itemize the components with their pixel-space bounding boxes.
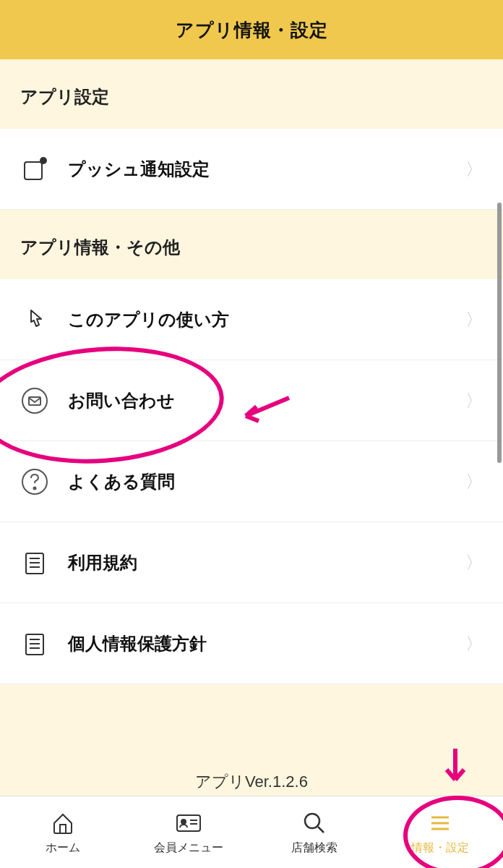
spacer — [0, 684, 503, 742]
list-item-label: お問い合わせ — [68, 389, 465, 412]
card-icon — [174, 809, 203, 838]
chevron-right-icon: 〉 — [465, 470, 483, 493]
chevron-right-icon: 〉 — [465, 551, 483, 574]
menu-icon — [426, 809, 455, 838]
notification-icon — [20, 155, 49, 184]
list-item-label: このアプリの使い方 — [68, 308, 465, 331]
chevron-right-icon: 〉 — [465, 308, 483, 331]
list-item-push-notifications[interactable]: プッシュ通知設定 〉 — [0, 129, 503, 210]
list-item-usage[interactable]: このアプリの使い方 〉 — [0, 279, 503, 360]
version-label: アプリVer.1.2.6 — [0, 742, 503, 803]
page-title: アプリ情報・設定 — [176, 18, 328, 42]
nav-label: 店舗検索 — [291, 841, 338, 856]
chevron-right-icon: 〉 — [465, 389, 483, 412]
section-header-info: アプリ情報・その他 — [0, 210, 503, 279]
section-header-settings: アプリ設定 — [0, 59, 503, 129]
mail-icon — [20, 386, 49, 415]
list-item-label: プッシュ通知設定 — [68, 158, 465, 181]
nav-home[interactable]: ホーム — [0, 796, 126, 868]
svg-point-2 — [22, 388, 47, 413]
document-icon — [20, 629, 49, 658]
bottom-nav: ホーム 会員メニュー 店舗検索 — [0, 796, 503, 868]
document-icon — [20, 548, 49, 577]
header: アプリ情報・設定 — [0, 0, 503, 59]
svg-point-1 — [40, 158, 46, 163]
search-icon — [300, 809, 329, 838]
chevron-right-icon: 〉 — [465, 632, 483, 655]
list-item-terms[interactable]: 利用規約 〉 — [0, 522, 503, 603]
nav-search[interactable]: 店舗検索 — [252, 796, 377, 868]
list-item-privacy[interactable]: 個人情報保護方針 〉 — [0, 603, 503, 684]
chevron-right-icon: 〉 — [465, 158, 483, 181]
pointer-icon — [20, 305, 49, 334]
svg-point-18 — [305, 814, 319, 828]
nav-label: ホーム — [46, 841, 80, 856]
question-icon — [20, 467, 49, 496]
list-item-label: 利用規約 — [68, 551, 465, 574]
nav-label: 会員メニュー — [154, 841, 223, 856]
nav-label: 情報・設定 — [411, 841, 469, 856]
svg-rect-0 — [25, 162, 42, 179]
svg-line-19 — [318, 827, 324, 833]
home-icon — [48, 809, 77, 838]
list-item-faq[interactable]: よくある質問 〉 — [0, 441, 503, 522]
nav-settings[interactable]: 情報・設定 — [377, 796, 503, 868]
list-item-contact[interactable]: お問い合わせ 〉 — [0, 360, 503, 441]
scrollbar[interactable] — [497, 203, 502, 463]
svg-point-5 — [34, 487, 36, 489]
nav-member[interactable]: 会員メニュー — [126, 796, 252, 868]
list-item-label: 個人情報保護方針 — [68, 632, 465, 655]
svg-point-15 — [181, 820, 186, 824]
list-item-label: よくある質問 — [68, 470, 465, 493]
